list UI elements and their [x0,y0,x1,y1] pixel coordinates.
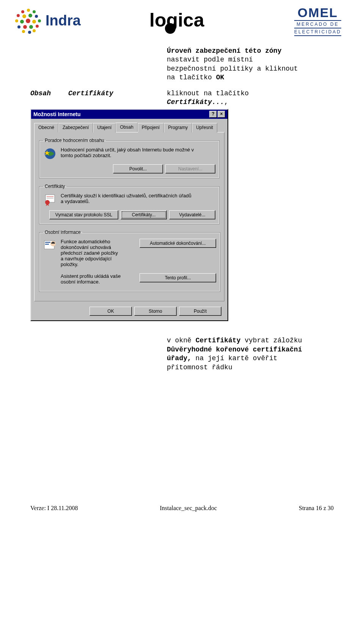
svg-point-16 [22,30,25,33]
logica-logo: logica [149,6,225,36]
svg-text:logica: logica [149,9,205,31]
tab-advanced[interactable]: Upřesnit [192,123,217,132]
logo-bar: Indra logica OMEL MERCADO DE ELECTRICIDA… [0,0,364,38]
svg-point-1 [21,10,24,13]
svg-point-6 [35,15,38,18]
blank-icon [43,273,57,287]
dialog-titlebar: Možnosti Internetu ? × [31,110,228,119]
enable-button[interactable]: Povolit... [113,164,163,173]
rating-text: Hodnocení pomáhá určit, jaký obsah Inter… [61,147,194,158]
tab-general[interactable]: Obecné [34,123,58,132]
ok-button[interactable]: OK [89,307,132,316]
tab-security[interactable]: Zabezpečení [58,123,93,132]
svg-point-10 [32,20,36,24]
svg-point-2 [33,10,36,13]
svg-point-7 [15,19,18,22]
publishers-button[interactable]: Vydavatelé... [169,210,215,219]
svg-rect-28 [45,242,50,243]
paragraph-security-zone: Úroveň zabezpečení této zóny nastavit po… [167,47,341,82]
svg-point-12 [17,25,20,28]
autocomplete-text: Funkce automatického dokončování uchováv… [61,239,118,267]
svg-point-5 [28,14,32,17]
omel-main-text: OMEL [294,5,341,20]
footer-filename: Instalace_sec_pack.doc [160,505,217,512]
svg-point-0 [27,9,30,12]
svg-point-13 [23,25,27,29]
svg-point-3 [17,14,20,17]
page-footer: Verze: I 28.11.2008 Instalace_sec_pack.d… [0,505,364,523]
svg-rect-29 [45,244,49,245]
tab-strip: Obecné Zabezpečení Utajení Obsah Připoje… [31,119,228,132]
col-section: Obsah [30,89,68,98]
indra-dots-icon [11,6,46,36]
help-button[interactable]: ? [209,111,217,118]
omel-sub1-text: MERCADO DE [294,20,341,28]
col-action: kliknout na tlačítko Certifikáty..., [167,89,341,107]
svg-point-9 [26,19,30,23]
svg-point-8 [20,20,24,24]
col-item: Certifikáty [68,89,167,98]
tab-panel-content: Poradce hodnocením obsahu Hodnocení pomá… [34,132,224,301]
svg-point-14 [29,25,33,29]
svg-point-11 [38,19,41,22]
settings-button[interactable]: Nastavení... [165,164,215,173]
svg-point-17 [28,31,31,34]
certificate-icon [43,193,57,206]
apply-button[interactable]: Použít [179,307,221,316]
indra-text: Indra [46,13,81,29]
certificates-button[interactable]: Certifikáty... [121,210,167,219]
instruction-row: Obsah Certifikáty kliknout na tlačítko C… [30,89,341,107]
autocomplete-button[interactable]: Automatické dokončování... [140,239,216,248]
tab-privacy[interactable]: Utajení [93,123,116,132]
cancel-button[interactable]: Storno [134,307,177,316]
autocomplete-icon [43,239,57,252]
omel-logo: OMEL MERCADO DE ELECTRICIDAD [294,5,341,36]
group-personal-info-legend: Osobní informace [43,230,82,235]
profile-button[interactable]: Tento profil... [140,273,216,282]
tab-content[interactable]: Obsah [116,123,137,132]
svg-point-4 [22,14,26,18]
group-content-advisor-legend: Poradce hodnocením obsahu [43,138,106,143]
tab-connections[interactable]: Připojení [138,123,164,132]
group-content-advisor: Poradce hodnocením obsahu Hodnocení pomá… [39,138,220,178]
indra-logo: Indra [11,6,81,36]
omel-sub2-text: ELECTRICIDAD [294,28,341,36]
group-certificates: Certifikáty Certifikáty slouží k identif… [39,184,220,224]
svg-point-20 [165,23,176,34]
footer-version: Verze: I 28.11.2008 [30,505,78,512]
group-certificates-legend: Certifikáty [43,184,66,189]
clear-ssl-button[interactable]: Vymazat stav protokolu SSL [49,210,118,219]
dialog-title: Možnosti Internetu [33,111,80,117]
paragraph-verify-tab: v okně Certifikáty vybrat záložku Důvěry… [167,336,341,372]
tab-programs[interactable]: Programy [164,123,192,132]
svg-point-18 [33,29,36,32]
globe-star-icon [43,147,57,161]
footer-page: Strana 16 z 30 [299,505,334,512]
profile-text: Asistent profilu ukládá vaše osobní info… [61,273,121,287]
svg-point-15 [36,25,39,28]
internet-options-dialog: Možnosti Internetu ? × Obecné Zabezpečen… [30,109,228,321]
group-personal-info: Osobní informace Funkce automatického do… [39,230,220,292]
cert-text: Certifikáty slouží k identifikaci uživat… [61,193,191,204]
dialog-button-row: OK Storno Použít [31,304,228,320]
close-button[interactable]: × [218,111,225,118]
